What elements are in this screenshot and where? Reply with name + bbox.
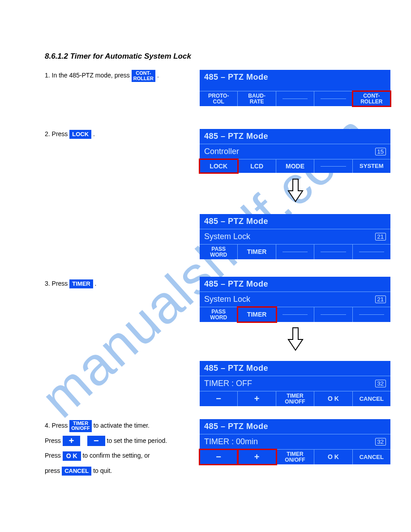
lcd-badge: 21: [375, 233, 386, 240]
lcd-cell-cancel[interactable]: CANCEL: [353, 450, 390, 464]
lcd-cell-plus[interactable]: +: [238, 450, 276, 464]
step2-suffix: .: [93, 130, 95, 137]
lcd-cell-empty: [314, 91, 352, 106]
lcd-cell-cancel[interactable]: CANCEL: [353, 391, 390, 406]
lcd-screen-2: 485 – PTZ Mode Controller 15 LOCK LCD MO…: [200, 129, 390, 173]
lcd-title: 485 – PTZ Mode: [200, 129, 390, 144]
step2: 2. Press LOCK .: [45, 130, 193, 139]
lcd-title: 485 – PTZ Mode: [200, 277, 390, 292]
step4-line3b: to confirm the setting, or: [82, 452, 150, 459]
lcd-cell-empty: [276, 245, 314, 259]
lcd-cell-empty: [276, 91, 314, 106]
step4-line4b: to quit.: [93, 467, 112, 474]
lcd-subtitle: TIMER : 00min 32: [200, 434, 390, 450]
lcd-badge: 32: [375, 438, 386, 446]
lcd-badge: 21: [375, 296, 386, 303]
lcd-cell-lcd[interactable]: LCD: [238, 159, 276, 173]
step1-suffix: .: [157, 72, 159, 79]
controller-button-label: CONT- ROLLER: [132, 70, 155, 82]
lcd-screen-6: 485 – PTZ Mode TIMER : 00min 32 − + TIME…: [200, 419, 390, 464]
step4-line1b: to activate the timer.: [94, 422, 150, 429]
step3-prefix: 3. Press: [45, 280, 69, 287]
lcd-cell-mode[interactable]: MODE: [276, 159, 314, 173]
lcd-cell-empty: [314, 307, 352, 322]
step4-line2a: Press: [45, 437, 63, 444]
section-heading: 8.6.1.2 Timer for Automatic System Lock: [45, 52, 191, 61]
lcd-cell-password[interactable]: PASS WORD: [200, 307, 238, 322]
lcd-cell-password[interactable]: PASS WORD: [200, 245, 238, 259]
lcd-subtitle: TIMER : OFF 32: [200, 376, 390, 391]
lcd-cell-baudrate[interactable]: BAUD- RATE: [238, 91, 276, 106]
lcd-cell-timer-onoff[interactable]: TIMER ON/OFF: [276, 391, 314, 406]
lcd-cell-empty: [353, 245, 390, 259]
cancel-button-label: CANCEL: [62, 467, 91, 476]
lcd-subtitle-text: Controller: [204, 147, 239, 156]
lcd-subtitle-text: System Lock: [204, 232, 250, 241]
lcd-cell-protocol[interactable]: PROTO- COL: [200, 91, 238, 106]
lcd-cell-timer[interactable]: TIMER: [238, 245, 276, 259]
lcd-subtitle-text: System Lock: [204, 295, 250, 304]
step1: 1. In the 485-PTZ mode, press CONT- ROLL…: [45, 70, 193, 82]
step4-line2b: to set the time period.: [107, 437, 167, 444]
step1-prefix: 1. In the 485-PTZ mode, press: [45, 72, 132, 79]
lcd-title: 485 – PTZ Mode: [200, 214, 390, 229]
lcd-screen-4: 485 – PTZ Mode System Lock 21 PASS WORD …: [200, 277, 390, 322]
lcd-subtitle-text: TIMER : 00min: [204, 437, 258, 446]
step3: 3. Press TIMER .: [45, 279, 193, 288]
arrow-down-icon: [287, 178, 304, 202]
lock-button-label: LOCK: [69, 130, 91, 139]
lcd-cell-timer-onoff[interactable]: TIMER ON/OFF: [276, 450, 314, 464]
timer-button-label: TIMER: [69, 279, 93, 288]
lcd-title: 485 – PTZ Mode: [200, 419, 390, 434]
lcd-subtitle: Controller 15: [200, 144, 390, 159]
lcd-screen-1: 485 – PTZ Mode PROTO- COL BAUD- RATE CON…: [200, 70, 390, 106]
lcd-screen-5: 485 – PTZ Mode TIMER : OFF 32 − + TIMER …: [200, 361, 390, 406]
step4-line3a: Press: [45, 452, 63, 459]
lcd-badge: 32: [375, 380, 386, 387]
arrow-down-icon: [287, 327, 304, 351]
ok-button-label: O K: [63, 451, 81, 461]
step4: 4. Press TIMER ON/OFF to activate the ti…: [45, 418, 197, 478]
timer-onoff-button-label: TIMER ON/OFF: [69, 420, 92, 432]
lcd-badge: 15: [375, 148, 386, 155]
step4-line4a: press: [45, 467, 62, 474]
step2-prefix: 2. Press: [45, 130, 69, 137]
lcd-title: 485 – PTZ Mode: [200, 70, 390, 91]
lcd-cell-plus[interactable]: +: [238, 391, 276, 406]
lcd-cell-empty: [353, 307, 390, 322]
lcd-cell-empty: [314, 159, 352, 173]
lcd-cell-minus[interactable]: −: [200, 450, 238, 464]
lcd-subtitle: System Lock 21: [200, 229, 390, 245]
minus-button-label: −: [87, 436, 105, 446]
lcd-cell-minus[interactable]: −: [200, 391, 238, 406]
step3-suffix: .: [95, 280, 97, 287]
lcd-cell-system[interactable]: SYSTEM: [353, 159, 390, 173]
lcd-cell-empty: [314, 245, 352, 259]
lcd-subtitle-text: TIMER : OFF: [204, 379, 252, 388]
lcd-screen-3: 485 – PTZ Mode System Lock 21 PASS WORD …: [200, 214, 390, 259]
lcd-cell-empty: [276, 307, 314, 322]
lcd-cell-lock[interactable]: LOCK: [200, 159, 238, 173]
lcd-cell-timer[interactable]: TIMER: [238, 307, 276, 322]
plus-button-label: +: [63, 436, 81, 446]
lcd-title: 485 – PTZ Mode: [200, 361, 390, 376]
lcd-subtitle: System Lock 21: [200, 292, 390, 307]
step4-line1a: 4. Press: [45, 422, 69, 429]
lcd-cell-ok[interactable]: O K: [314, 450, 352, 464]
lcd-cell-ok[interactable]: O K: [314, 391, 352, 406]
lcd-cell-controller[interactable]: CONT- ROLLER: [353, 91, 390, 106]
